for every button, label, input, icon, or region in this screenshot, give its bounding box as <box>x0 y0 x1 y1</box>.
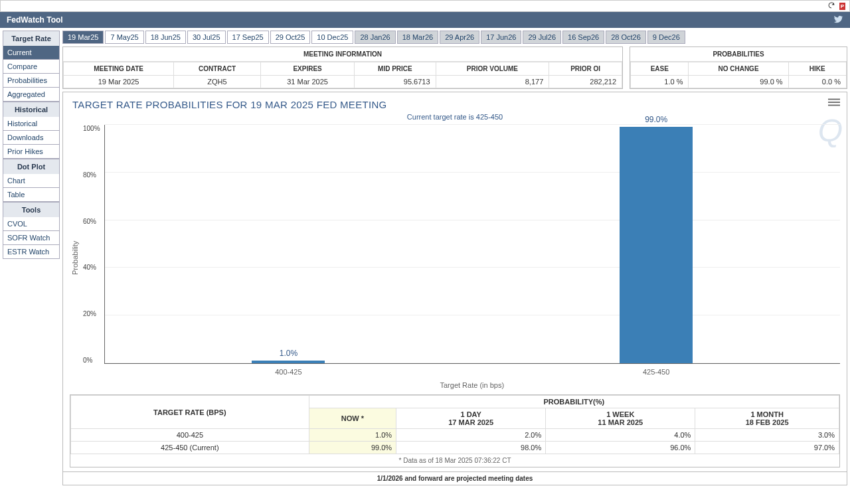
hist-header-target: TARGET RATE (BPS) <box>71 396 309 429</box>
y-tick: 80% <box>83 171 100 179</box>
main-content: 19 Mar257 May2518 Jun2530 Jul2517 Sep252… <box>62 31 847 485</box>
app-title: FedWatch Tool <box>7 15 63 25</box>
chart-plot-area: 1.0%400-42599.0%425-450 <box>104 125 840 364</box>
ps-cell: 0.0 % <box>788 76 846 88</box>
mi-cell: 8,177 <box>436 76 549 88</box>
meeting-info-title: MEETING INFORMATION <box>63 47 622 62</box>
hist-cell: 2.0% <box>396 429 546 442</box>
meeting-info-panel: MEETING INFORMATION MEETING DATECONTRACT… <box>62 46 623 89</box>
meeting-date-tabs: 19 Mar257 May2518 Jun2530 Jul2517 Sep252… <box>62 31 847 44</box>
sidebar-item-compare[interactable]: Compare <box>3 60 60 74</box>
mi-header: EXPIRES <box>260 62 354 76</box>
hist-cell: 98.0% <box>396 442 546 454</box>
y-tick: 0% <box>83 357 100 364</box>
ps-header: HIKE <box>788 62 846 76</box>
sidebar-section-tools: Tools <box>3 202 60 217</box>
probabilities-summary-panel: PROBABILITIES EASENO CHANGEHIKE 1.0 %99.… <box>630 46 847 89</box>
svg-rect-2 <box>828 105 840 106</box>
hist-cell: 4.0% <box>546 429 695 442</box>
mi-cell: 31 Mar 2025 <box>260 76 354 88</box>
sidebar-item-cvol[interactable]: CVOL <box>3 217 60 231</box>
pdf-icon[interactable]: P <box>839 3 845 10</box>
prob-summary-title: PROBABILITIES <box>630 47 847 62</box>
sidebar-section-dot-plot: Dot Plot <box>3 159 60 174</box>
mi-cell: 282,212 <box>549 76 622 88</box>
data-as-of-footnote: * Data as of 18 Mar 2025 07:36:22 CT <box>70 454 839 467</box>
tab-29-jul26[interactable]: 29 Jul26 <box>523 31 561 44</box>
ps-header: EASE <box>631 62 689 76</box>
tab-16-sep26[interactable]: 16 Sep26 <box>562 31 604 44</box>
app-title-bar: FedWatch Tool <box>0 12 850 28</box>
sidebar-item-estr-watch[interactable]: ESTR Watch <box>3 245 60 259</box>
y-axis-label: Probability <box>70 125 82 390</box>
mi-header: MID PRICE <box>355 62 436 76</box>
hist-subheader: NOW * <box>309 408 396 429</box>
tab-28-oct26[interactable]: 28 Oct26 <box>606 31 646 44</box>
tab-18-mar26[interactable]: 18 Mar26 <box>397 31 438 44</box>
bar-label: 99.0% <box>616 115 696 124</box>
mi-cell: ZQH5 <box>174 76 261 88</box>
hist-header-prob: PROBABILITY(%) <box>309 396 839 408</box>
hist-subheader: 1 MONTH18 FEB 2025 <box>695 408 839 429</box>
mi-header: CONTRACT <box>174 62 261 76</box>
x-category: 400-425 <box>248 368 328 376</box>
chart-panel: TARGET RATE PROBABILITIES FOR 19 MAR 202… <box>62 92 847 472</box>
y-axis-ticks: 100%80%60%40%20%0% <box>82 125 104 364</box>
sidebar-item-current[interactable]: Current <box>3 46 60 60</box>
sidebar-item-sofr-watch[interactable]: SOFR Watch <box>3 231 60 245</box>
bar-400-425 <box>252 361 325 363</box>
tab-28-jan26[interactable]: 28 Jan26 <box>355 31 395 44</box>
ps-cell: 1.0 % <box>631 76 689 88</box>
projected-dates-note: 1/1/2026 and forward are projected meeti… <box>62 472 847 485</box>
tab-18-jun25[interactable]: 18 Jun25 <box>145 31 186 44</box>
probability-history-table: TARGET RATE (BPS)PROBABILITY(%)NOW *1 DA… <box>70 394 840 467</box>
tab-17-sep25[interactable]: 17 Sep25 <box>227 31 269 44</box>
sidebar-item-aggregated[interactable]: Aggregated <box>3 88 60 102</box>
hist-cell: 1.0% <box>309 429 396 442</box>
hist-row-label: 400-425 <box>71 429 309 442</box>
y-tick: 100% <box>83 125 100 132</box>
ps-cell: 99.0 % <box>689 76 788 88</box>
y-tick: 40% <box>83 264 100 271</box>
sidebar-item-table[interactable]: Table <box>3 188 60 202</box>
hist-subheader: 1 DAY17 MAR 2025 <box>396 408 546 429</box>
top-utility-bar: P <box>0 0 850 12</box>
chart-title: TARGET RATE PROBABILITIES FOR 19 MAR 202… <box>70 96 840 112</box>
hist-cell: 96.0% <box>546 442 695 454</box>
tab-17-jun26[interactable]: 17 Jun26 <box>481 31 521 44</box>
sidebar: Target RateCurrentCompareProbabilitiesAg… <box>3 31 60 485</box>
sidebar-item-historical[interactable]: Historical <box>3 117 60 131</box>
sidebar-item-prior-hikes[interactable]: Prior Hikes <box>3 145 60 159</box>
bar-label: 1.0% <box>248 349 328 358</box>
sidebar-section-historical: Historical <box>3 102 60 117</box>
tab-7-may25[interactable]: 7 May25 <box>105 31 143 44</box>
tab-9-dec26[interactable]: 9 Dec26 <box>647 31 685 44</box>
chart-menu-icon[interactable] <box>828 98 840 108</box>
tab-30-jul25[interactable]: 30 Jul25 <box>187 31 226 44</box>
refresh-icon[interactable] <box>827 1 835 11</box>
ps-header: NO CHANGE <box>689 62 788 76</box>
tab-19-mar25[interactable]: 19 Mar25 <box>62 31 104 44</box>
hist-subheader: 1 WEEK11 MAR 2025 <box>546 408 695 429</box>
tab-29-oct25[interactable]: 29 Oct25 <box>270 31 311 44</box>
mi-header: PRIOR OI <box>549 62 622 76</box>
twitter-icon[interactable] <box>833 14 843 27</box>
hist-cell: 99.0% <box>309 442 396 454</box>
hist-row-label: 425-450 (Current) <box>71 442 309 454</box>
hist-cell: 97.0% <box>695 442 839 454</box>
mi-header: MEETING DATE <box>64 62 174 76</box>
x-category: 425-450 <box>616 368 696 376</box>
mi-cell: 95.6713 <box>355 76 436 88</box>
x-axis-label: Target Rate (in bps) <box>104 381 840 389</box>
sidebar-item-downloads[interactable]: Downloads <box>3 131 60 145</box>
y-tick: 60% <box>83 218 100 225</box>
tab-29-apr26[interactable]: 29 Apr26 <box>440 31 479 44</box>
sidebar-item-chart[interactable]: Chart <box>3 174 60 188</box>
sidebar-section-target-rate: Target Rate <box>3 31 60 46</box>
y-tick: 20% <box>83 310 100 317</box>
mi-cell: 19 Mar 2025 <box>64 76 174 88</box>
svg-rect-1 <box>828 102 840 103</box>
sidebar-item-probabilities[interactable]: Probabilities <box>3 74 60 88</box>
tab-10-dec25[interactable]: 10 Dec25 <box>311 31 353 44</box>
mi-header: PRIOR VOLUME <box>436 62 549 76</box>
